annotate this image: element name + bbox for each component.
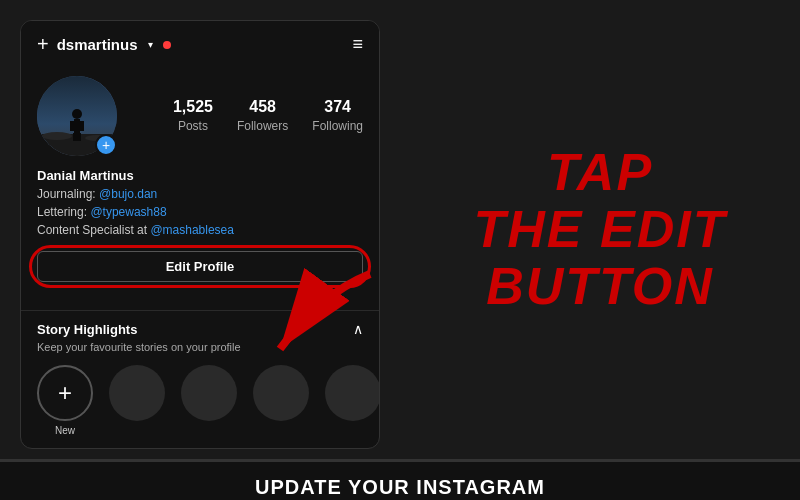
profile-stats: 1,525 Posts 458 Followers 374 Following bbox=[117, 98, 363, 134]
bio-line-3: Content Specialist at @mashablesea bbox=[37, 221, 363, 239]
posts-stat[interactable]: 1,525 Posts bbox=[173, 98, 213, 134]
highlight-new[interactable]: + New bbox=[37, 365, 93, 436]
bottom-title-line1: UPDATE YOUR INSTAGRAM bbox=[20, 474, 780, 500]
posts-count: 1,525 bbox=[173, 98, 213, 116]
svg-rect-7 bbox=[79, 121, 84, 131]
following-label: Following bbox=[312, 119, 363, 133]
highlight-2[interactable] bbox=[181, 365, 237, 436]
profile-bio: Danial Martinus Journaling: @bujo.dan Le… bbox=[37, 168, 363, 239]
annotation-text-area: TAP THE EDIT BUTTON bbox=[400, 0, 800, 459]
ig-header: + dsmartinus ▾ ≡ bbox=[21, 21, 379, 68]
menu-icon[interactable]: ≡ bbox=[352, 34, 363, 55]
followers-stat[interactable]: 458 Followers bbox=[237, 98, 288, 134]
highlight-1[interactable] bbox=[109, 365, 165, 436]
dropdown-arrow-icon[interactable]: ▾ bbox=[148, 39, 153, 50]
bio-line-1: Journaling: @bujo.dan bbox=[37, 185, 363, 203]
online-status-dot bbox=[163, 41, 171, 49]
highlight-circle-2 bbox=[181, 365, 237, 421]
username-label: dsmartinus bbox=[57, 36, 138, 53]
highlights-header: Story Highlights ∧ bbox=[37, 311, 363, 341]
tap-label: TAP bbox=[474, 144, 727, 201]
svg-rect-8 bbox=[73, 133, 77, 141]
svg-rect-6 bbox=[70, 121, 75, 131]
avatar[interactable]: + bbox=[37, 76, 117, 156]
new-label: New bbox=[55, 425, 75, 436]
followers-label: Followers bbox=[237, 119, 288, 133]
highlight-4[interactable] bbox=[325, 365, 380, 436]
profile-top: + 1,525 Posts 458 Followers bbox=[37, 76, 363, 156]
add-highlight-circle[interactable]: + bbox=[37, 365, 93, 421]
the-edit-label: THE EDIT bbox=[474, 201, 727, 258]
add-story-button[interactable]: + bbox=[95, 134, 117, 156]
highlight-circle-1 bbox=[109, 365, 165, 421]
profile-section: + 1,525 Posts 458 Followers bbox=[21, 68, 379, 310]
followers-count: 458 bbox=[237, 98, 288, 116]
phone-screen: + dsmartinus ▾ ≡ bbox=[20, 20, 380, 449]
compose-icon[interactable]: + bbox=[37, 33, 49, 56]
svg-point-4 bbox=[72, 109, 82, 119]
highlights-subtitle: Keep your favourite stories on your prof… bbox=[37, 341, 363, 353]
story-highlights-section: Story Highlights ∧ Keep your favourite s… bbox=[21, 310, 379, 448]
display-name: Danial Martinus bbox=[37, 168, 363, 183]
phone-mockup: + dsmartinus ▾ ≡ bbox=[0, 0, 400, 459]
bottom-banner: UPDATE YOUR INSTAGRAM BIO bbox=[0, 459, 800, 500]
posts-label: Posts bbox=[178, 119, 208, 133]
highlight-circle-4 bbox=[325, 365, 380, 421]
edit-profile-wrapper: Edit Profile bbox=[37, 251, 363, 282]
add-icon: + bbox=[102, 137, 110, 153]
svg-point-2 bbox=[42, 132, 72, 140]
bio-line-2: Lettering: @typewash88 bbox=[37, 203, 363, 221]
following-stat[interactable]: 374 Following bbox=[312, 98, 363, 134]
edit-profile-button[interactable]: Edit Profile bbox=[37, 251, 363, 282]
button-label: BUTTON bbox=[474, 258, 727, 315]
highlight-3[interactable] bbox=[253, 365, 309, 436]
header-left: + dsmartinus ▾ bbox=[37, 33, 171, 56]
highlights-title: Story Highlights bbox=[37, 322, 137, 337]
highlight-circle-3 bbox=[253, 365, 309, 421]
highlight-plus-icon: + bbox=[58, 381, 72, 405]
tap-text-container: TAP THE EDIT BUTTON bbox=[474, 144, 727, 316]
svg-rect-9 bbox=[77, 133, 81, 141]
highlights-chevron-icon[interactable]: ∧ bbox=[353, 321, 363, 337]
highlights-circles: + New bbox=[37, 365, 363, 436]
following-count: 374 bbox=[312, 98, 363, 116]
